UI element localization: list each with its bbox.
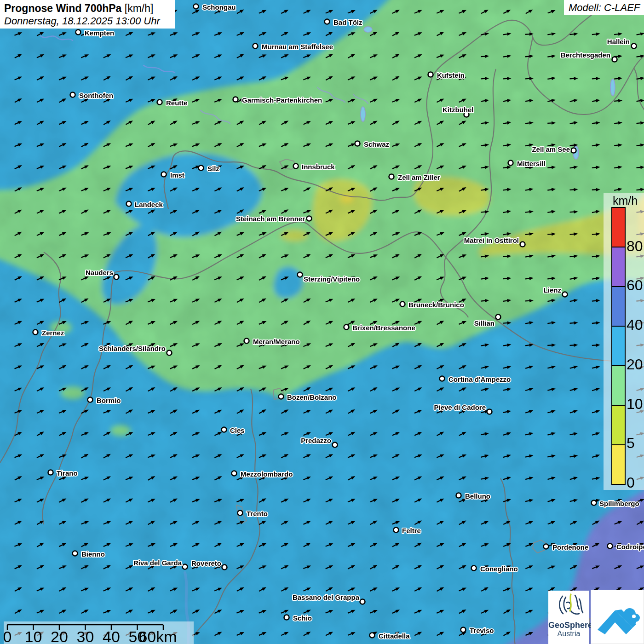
city-marker[interactable] xyxy=(298,272,303,277)
title-unit: [km/h] xyxy=(121,2,153,14)
city-marker[interactable] xyxy=(333,443,338,448)
city-marker[interactable] xyxy=(232,471,237,476)
city-label: Steinach am Brenner xyxy=(236,215,305,223)
legend-color-segment xyxy=(612,445,625,484)
city-marker[interactable] xyxy=(440,376,445,381)
city-marker[interactable] xyxy=(307,216,312,221)
city-marker[interactable] xyxy=(428,72,433,77)
title-parameter: Prognose Wind 700hPa xyxy=(4,2,121,14)
app-logo-box xyxy=(591,590,644,644)
city-label: Cittadella xyxy=(379,632,410,640)
city-label: Pieve di Cadore xyxy=(434,403,486,411)
city-marker[interactable] xyxy=(222,427,227,432)
city-label: Bassano del Grappa xyxy=(293,593,360,601)
city-marker[interactable] xyxy=(563,292,568,297)
legend-tick-label: 20 xyxy=(627,357,643,372)
geosphere-logo: GeoSphere Austria xyxy=(548,591,589,644)
city-marker[interactable] xyxy=(167,351,172,356)
city-label: Bienno xyxy=(81,550,105,558)
city-label: Schlanders/Silandro xyxy=(99,345,166,352)
city-marker[interactable] xyxy=(508,161,513,166)
city-label: Rovereto xyxy=(191,559,221,567)
city-marker[interactable] xyxy=(293,164,299,169)
city-marker[interactable] xyxy=(456,493,461,498)
city-label: Brixen/Bressanone xyxy=(352,324,415,332)
city-marker[interactable] xyxy=(544,544,549,549)
scale-bar-label: 20 xyxy=(51,628,68,644)
city-marker[interactable] xyxy=(461,627,466,632)
city-marker[interactable] xyxy=(222,565,227,570)
city-marker[interactable] xyxy=(244,339,249,344)
city-marker[interactable] xyxy=(76,30,81,35)
city-marker[interactable] xyxy=(394,528,399,533)
scale-bar-label: 0 xyxy=(4,628,12,644)
city-marker[interactable] xyxy=(126,201,132,207)
city-marker[interactable] xyxy=(496,315,501,320)
city-label: Landeck xyxy=(135,201,163,208)
city-marker[interactable] xyxy=(194,4,199,9)
city-marker[interactable] xyxy=(355,141,360,146)
geosphere-country: Austria xyxy=(548,630,589,638)
legend-unit-label: km/h xyxy=(613,194,638,207)
city-marker[interactable] xyxy=(472,566,477,571)
city-marker[interactable] xyxy=(183,564,188,569)
city-marker[interactable] xyxy=(612,57,617,62)
scale-bar-label: 10 xyxy=(25,628,42,644)
legend-tick-label: 80 xyxy=(627,239,643,253)
city-marker[interactable] xyxy=(73,551,78,556)
city-marker[interactable] xyxy=(370,633,375,638)
geosphere-contour-icon xyxy=(554,591,584,619)
city-marker[interactable] xyxy=(199,166,204,171)
city-label: Sonthofen xyxy=(79,92,113,99)
city-label: Cortina d'Ampezzo xyxy=(448,375,511,383)
city-label: Schongau xyxy=(202,3,236,11)
city-marker[interactable] xyxy=(238,511,243,516)
city-marker[interactable] xyxy=(48,470,53,475)
city-marker[interactable] xyxy=(608,544,613,549)
city-label: Tirano xyxy=(57,469,78,477)
city-label: Lienz xyxy=(544,286,561,294)
city-marker[interactable] xyxy=(279,394,284,399)
city-marker[interactable] xyxy=(33,330,38,335)
city-label: Treviso xyxy=(470,627,494,634)
city-label: Imst xyxy=(170,171,184,179)
wind-speed-legend: km/h 806040201050 xyxy=(604,193,644,490)
city-marker[interactable] xyxy=(233,97,238,102)
city-label: Bozen/Bolzano xyxy=(287,393,337,401)
city-marker[interactable] xyxy=(571,148,576,153)
city-label: Hallein xyxy=(607,38,630,46)
city-marker[interactable] xyxy=(88,397,93,402)
city-marker[interactable] xyxy=(325,19,330,24)
city-marker[interactable] xyxy=(389,174,394,179)
city-marker[interactable] xyxy=(70,92,75,98)
city-label: Trento xyxy=(247,510,268,518)
scale-bar-label: 40 xyxy=(103,628,120,644)
city-label: Riva del Garda xyxy=(133,559,182,567)
city-label: Silz xyxy=(207,165,219,172)
legend-color-segment xyxy=(612,406,625,445)
city-marker[interactable] xyxy=(253,44,258,49)
city-marker[interactable] xyxy=(157,100,162,105)
city-label: Kufstein xyxy=(437,71,465,79)
city-label: Matrei in Osttirol xyxy=(464,236,519,244)
city-marker[interactable] xyxy=(344,325,349,330)
city-marker[interactable] xyxy=(161,172,167,177)
city-label: Conegliano xyxy=(480,565,518,573)
city-marker[interactable] xyxy=(487,409,492,414)
legend-color-segment xyxy=(612,327,625,366)
city-marker[interactable] xyxy=(400,302,405,307)
city-label: Bad Tölz xyxy=(334,18,362,26)
legend-tick-label: 60 xyxy=(627,278,643,293)
city-label: Zell am Ziller xyxy=(398,173,440,181)
city-marker[interactable] xyxy=(360,599,365,604)
city-label: Zernez xyxy=(42,329,64,337)
city-marker[interactable] xyxy=(284,615,289,620)
city-marker[interactable] xyxy=(114,275,119,280)
city-label: Innsbruck xyxy=(302,163,335,171)
city-label: Bormio xyxy=(97,397,121,404)
city-marker[interactable] xyxy=(632,44,637,49)
city-label: Sterzing/Vipiteno xyxy=(304,275,360,283)
city-marker[interactable] xyxy=(592,500,597,506)
legend-color-segment xyxy=(612,287,625,327)
city-marker[interactable] xyxy=(520,242,525,247)
